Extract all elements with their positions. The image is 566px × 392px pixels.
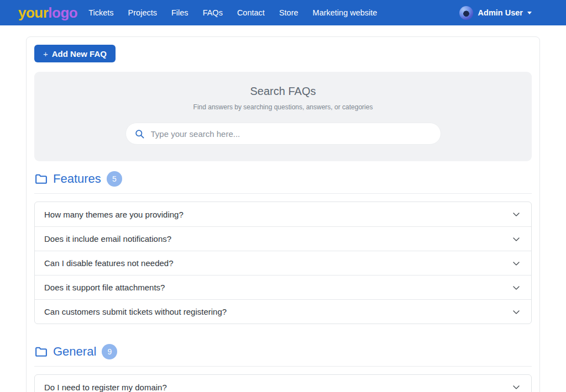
caret-down-icon bbox=[527, 12, 532, 14]
features-count-badge: 5 bbox=[107, 171, 122, 187]
faq-row[interactable]: Can customers submit tickets without reg… bbox=[35, 299, 531, 324]
section-header-general: General 9 bbox=[34, 344, 532, 367]
general-count-badge: 9 bbox=[102, 344, 117, 359]
search-input[interactable] bbox=[151, 129, 432, 139]
chevron-down-icon bbox=[511, 282, 522, 293]
faq-question: Can I disable features not needed? bbox=[44, 258, 174, 268]
folder-icon bbox=[34, 172, 48, 186]
faq-question: How many themes are you providing? bbox=[44, 210, 184, 219]
faq-row[interactable]: Do I need to register my domain? bbox=[35, 375, 531, 392]
faq-row[interactable]: Does it support file attachments? bbox=[35, 275, 531, 299]
search-bar[interactable] bbox=[125, 123, 441, 145]
logo-part-your: your bbox=[18, 4, 48, 21]
search-panel: Search FAQs Find answers by searching qu… bbox=[34, 72, 532, 161]
features-faq-list: How many themes are you providing? Does … bbox=[34, 202, 532, 324]
plus-icon: + bbox=[43, 49, 48, 59]
search-icon bbox=[134, 129, 145, 139]
chevron-down-icon bbox=[511, 209, 522, 220]
nav-item-tickets[interactable]: Tickets bbox=[88, 8, 113, 17]
faq-question: Does it support file attachments? bbox=[44, 283, 165, 292]
general-faq-list: Do I need to register my domain? bbox=[34, 374, 532, 392]
chevron-down-icon bbox=[511, 382, 522, 392]
section-title-general: General bbox=[53, 345, 96, 359]
nav-item-marketing-website[interactable]: Marketing website bbox=[313, 8, 378, 17]
section-header-features: Features 5 bbox=[34, 171, 532, 194]
search-title: Search FAQs bbox=[45, 85, 521, 98]
add-new-faq-label: Add New FAQ bbox=[52, 49, 107, 59]
user-menu[interactable]: Admin User bbox=[459, 6, 532, 20]
chevron-down-icon bbox=[511, 258, 522, 269]
chevron-down-icon bbox=[511, 306, 522, 317]
section-title-features: Features bbox=[53, 172, 101, 186]
faq-question: Does it include email notifications? bbox=[44, 234, 171, 243]
faq-question: Do I need to register my domain? bbox=[44, 383, 167, 392]
add-new-faq-button[interactable]: + Add New FAQ bbox=[34, 45, 116, 62]
nav-item-faqs[interactable]: FAQs bbox=[203, 8, 223, 17]
logo[interactable]: yourlogo bbox=[18, 6, 77, 20]
nav-item-store[interactable]: Store bbox=[279, 8, 298, 17]
faq-row[interactable]: Can I disable features not needed? bbox=[35, 251, 531, 275]
nav-item-projects[interactable]: Projects bbox=[128, 8, 157, 17]
logo-part-logo: logo bbox=[48, 4, 77, 21]
nav-item-files[interactable]: Files bbox=[171, 8, 188, 17]
search-subtitle: Find answers by searching questions, ans… bbox=[45, 103, 521, 111]
main-nav: Tickets Projects Files FAQs Contact Stor… bbox=[88, 8, 459, 17]
faq-row[interactable]: Does it include email notifications? bbox=[35, 226, 531, 251]
faq-question: Can customers submit tickets without reg… bbox=[44, 307, 227, 316]
user-name: Admin User bbox=[478, 8, 523, 17]
chevron-down-icon bbox=[511, 234, 522, 245]
nav-item-contact[interactable]: Contact bbox=[237, 8, 265, 17]
app-header: yourlogo Tickets Projects Files FAQs Con… bbox=[0, 0, 566, 25]
faq-row[interactable]: How many themes are you providing? bbox=[35, 202, 531, 226]
folder-icon bbox=[34, 345, 48, 359]
faq-page-card: + Add New FAQ Search FAQs Find answers b… bbox=[26, 36, 540, 392]
user-avatar bbox=[459, 6, 473, 20]
